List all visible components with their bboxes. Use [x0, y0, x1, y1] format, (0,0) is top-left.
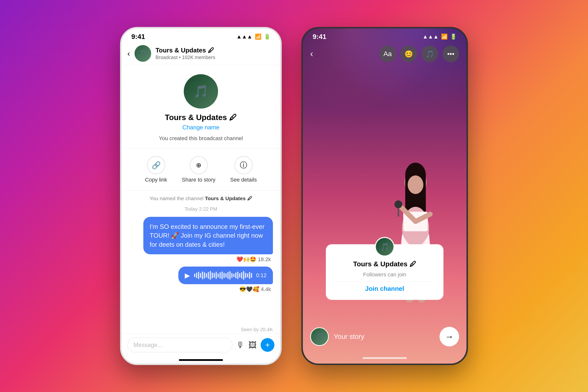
card-channel-subtitle: Followers can join	[363, 272, 406, 278]
change-name-link[interactable]: Change name	[182, 124, 220, 131]
copy-link-icon: 🔗	[147, 156, 165, 174]
channel-nav: ‹ 🎵 Tours & Updates 🖊 Broadcast • 102K m…	[122, 43, 280, 66]
channel-title: Tours & Updates 🖊	[156, 46, 274, 54]
seen-by: Seen by 20.4K	[122, 326, 280, 334]
channel-join-card: 🎵 Tours & Updates 🖊 Followers can join J…	[326, 244, 444, 300]
profile-avatar: 🎵	[184, 74, 218, 108]
channel-info: Tours & Updates 🖊 Broadcast • 102K membe…	[156, 46, 274, 60]
card-channel-name: Tours & Updates 🖊	[353, 260, 416, 268]
story-nav: ‹ Aa 😊 🎵 •••	[303, 28, 466, 66]
time-1: 9:41	[131, 33, 145, 41]
status-bar-1: 9:41 ▲▲▲ 📶 🔋	[122, 28, 280, 43]
home-bar-2	[362, 357, 407, 359]
channel-description: You created this broadcast channel	[159, 135, 243, 142]
channel-avatar: 🎵	[134, 45, 151, 62]
voice-message-bubble: ▶	[178, 266, 273, 284]
profile-name: Tours & Updates 🖊	[165, 113, 237, 122]
your-story-label: Your story	[334, 333, 435, 340]
channel-subtitle: Broadcast • 102K members	[156, 55, 274, 60]
share-story-icon: ⊕	[190, 156, 208, 174]
mic-icon[interactable]: 🎙	[236, 340, 244, 350]
phone-2: 9:41 ▲▲▲ 📶 🔋 ‹ Aa 😊 🎵 ••• 🎵 Tours & U	[301, 27, 468, 365]
image-icon[interactable]: 🖼	[248, 340, 257, 350]
chat-input-bar: Message... 🎙 🖼 +	[122, 334, 280, 356]
text-tool-icon: Aa	[384, 50, 392, 58]
message-placeholder: Message...	[134, 342, 162, 348]
more-tool-button[interactable]: •••	[442, 46, 459, 62]
back-button[interactable]: ‹	[128, 49, 130, 58]
card-divider	[335, 281, 435, 282]
music-tool-icon: 🎵	[426, 50, 434, 58]
send-story-icon: →	[445, 332, 454, 342]
svg-point-3	[408, 176, 423, 194]
sticker-tool-button[interactable]: 😊	[400, 46, 417, 62]
phone-1: 9:41 ▲▲▲ 📶 🔋 ‹ 🎵 Tours & Updates 🖊 Broad…	[120, 27, 282, 365]
waveform	[194, 271, 252, 280]
system-message: You named the channel Tours & Updates 🖊	[122, 190, 280, 204]
home-indicator-1	[122, 356, 280, 364]
home-indicator-2	[303, 354, 466, 362]
story-thumbnail: 🎵	[310, 327, 329, 346]
more-tool-icon: •••	[447, 50, 454, 58]
see-details-label: See details	[230, 177, 257, 183]
add-button[interactable]: +	[261, 338, 274, 352]
copy-link-label: Copy link	[145, 177, 167, 183]
message-reactions-1: ❤️🙌🤩 18.2k	[236, 256, 273, 263]
battery-icon: 🔋	[264, 34, 270, 40]
chat-area: I'm SO excited to announce my first-ever…	[122, 214, 280, 326]
status-icons-1: ▲▲▲ 📶 🔋	[236, 34, 270, 40]
home-bar-1	[179, 359, 223, 361]
voice-duration: 0:12	[256, 272, 266, 278]
share-to-story-button[interactable]: ⊕ Share to story	[182, 156, 215, 183]
svg-point-7	[394, 200, 402, 208]
chat-timestamp: Today 2:22 PM	[122, 204, 280, 214]
wifi-icon: 📶	[255, 34, 262, 40]
voice-reactions: 😎🖤🥰 4.4k	[239, 286, 273, 292]
story-bottom-bar: 🎵 Your story →	[310, 327, 459, 346]
text-tool-button[interactable]: Aa	[379, 46, 396, 62]
message-input[interactable]: Message...	[128, 338, 232, 352]
action-buttons: 🔗 Copy link ⊕ Share to story ⓘ See detai…	[122, 149, 280, 190]
message-bubble-text: I'm SO excited to announce my first-ever…	[143, 217, 273, 254]
card-avatar: 🎵	[375, 237, 394, 256]
music-tool-button[interactable]: 🎵	[422, 46, 438, 62]
channel-profile: 🎵 Tours & Updates 🖊 Change name You crea…	[122, 66, 280, 149]
send-story-button[interactable]: →	[440, 327, 459, 346]
p2-back-button[interactable]: ‹	[310, 49, 313, 59]
play-icon[interactable]: ▶	[185, 272, 190, 280]
signal-icon: ▲▲▲	[236, 34, 252, 40]
concert-background	[303, 28, 466, 364]
sticker-tool-icon: 😊	[404, 50, 413, 58]
share-to-story-label: Share to story	[182, 177, 215, 183]
story-tools: Aa 😊 🎵 •••	[379, 46, 459, 62]
join-channel-button[interactable]: Join channel	[365, 285, 404, 292]
see-details-button[interactable]: ⓘ See details	[230, 156, 257, 183]
copy-link-button[interactable]: 🔗 Copy link	[145, 156, 167, 183]
see-details-icon: ⓘ	[234, 156, 252, 174]
